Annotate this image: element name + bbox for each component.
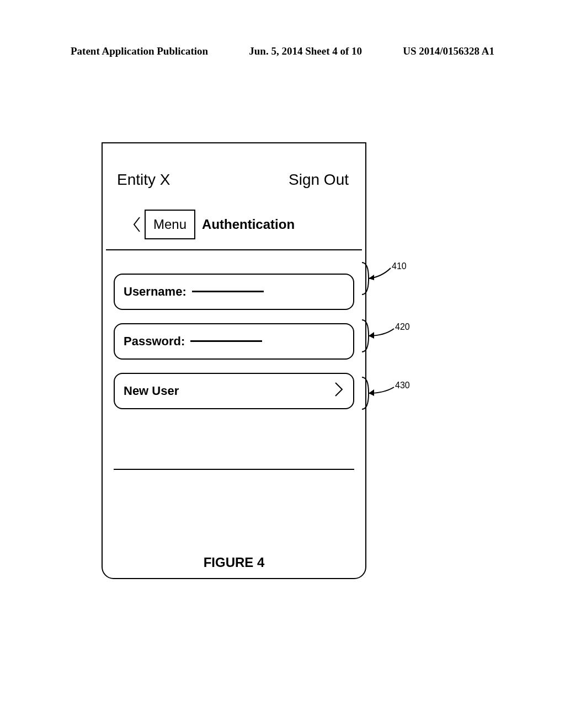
app-title: Entity X — [117, 171, 170, 189]
sign-out-link[interactable]: Sign Out — [289, 171, 349, 189]
svg-marker-0 — [369, 275, 374, 280]
nav-row: Menu Authentication — [129, 210, 295, 239]
svg-marker-2 — [369, 389, 374, 396]
chevron-right-icon — [333, 381, 344, 402]
figure-caption: FIGURE 4 — [106, 555, 362, 570]
callout-420: 420 — [358, 317, 424, 355]
divider — [114, 469, 354, 470]
header-left: Patent Application Publication — [71, 45, 208, 57]
svg-marker-1 — [369, 332, 374, 339]
back-chevron-icon[interactable] — [129, 210, 145, 239]
phone-frame: Entity X Sign Out Menu Authentication Us… — [102, 142, 366, 579]
callout-430-number: 430 — [395, 381, 410, 390]
callout-430: 430 — [358, 374, 424, 413]
new-user-label: New User — [124, 384, 179, 398]
new-user-button[interactable]: New User — [114, 373, 354, 409]
callout-420-number: 420 — [395, 322, 410, 332]
username-label: Username: — [124, 285, 186, 299]
password-field[interactable]: Password: — [114, 323, 354, 360]
top-bar: Entity X Sign Out Menu Authentication — [106, 156, 362, 250]
username-field[interactable]: Username: — [114, 274, 354, 310]
phone-screen: Entity X Sign Out Menu Authentication Us… — [106, 156, 362, 575]
content-area: Username: Password: New User — [106, 266, 362, 422]
callout-410: 410 — [358, 259, 424, 298]
menu-button[interactable]: Menu — [145, 210, 195, 239]
header-right: US 2014/0156328 A1 — [403, 45, 494, 57]
header-center: Jun. 5, 2014 Sheet 4 of 10 — [249, 45, 362, 57]
page-title: Authentication — [195, 210, 295, 239]
password-input-line[interactable] — [190, 340, 262, 342]
patent-page-header: Patent Application Publication Jun. 5, 2… — [71, 45, 494, 57]
callout-410-number: 410 — [392, 261, 407, 271]
password-label: Password: — [124, 334, 185, 349]
username-input-line[interactable] — [192, 291, 264, 292]
